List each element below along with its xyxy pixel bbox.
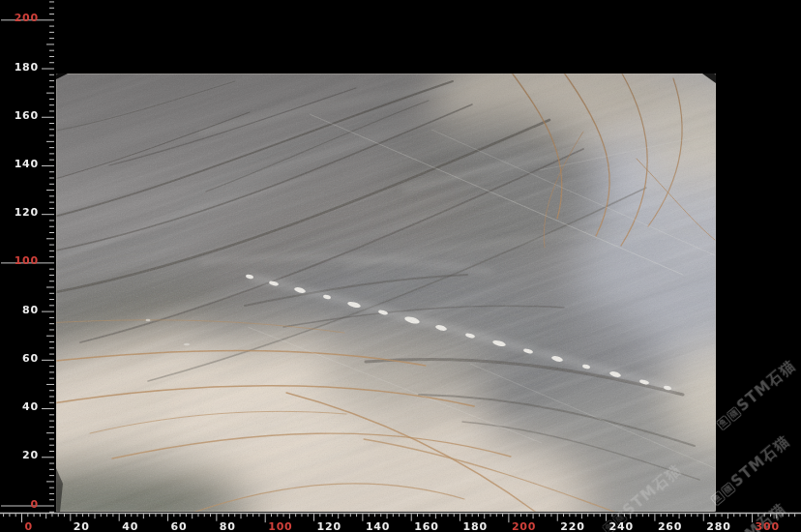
- h-ruler-label: 220: [560, 520, 584, 532]
- watermark-logo-icon: 鱼: [715, 414, 731, 430]
- watermark-logo-icon: 猫: [726, 405, 742, 422]
- slab-texture: [56, 74, 716, 512]
- v-ruler-label: 0: [31, 498, 39, 511]
- watermark-text: STM石猫: [733, 356, 799, 416]
- watermark: 鱼猫STM石猫: [713, 356, 800, 433]
- v-ruler-label: 60: [22, 352, 39, 365]
- v-ruler-label: 140: [15, 158, 39, 170]
- h-ruler-label: 80: [220, 520, 236, 532]
- h-ruler-label: 180: [463, 520, 488, 532]
- h-ruler-label: 300: [756, 520, 780, 532]
- stone-slab-image: [56, 74, 716, 512]
- h-ruler-label: 140: [366, 520, 390, 532]
- h-ruler-label: 260: [658, 520, 682, 532]
- h-ruler-label: 120: [317, 520, 341, 532]
- v-ruler-label: 200: [15, 12, 39, 24]
- h-ruler-label: 240: [609, 520, 634, 532]
- h-ruler-label: 0: [25, 520, 33, 532]
- h-ruler-label: 60: [171, 520, 188, 532]
- v-ruler-label: 120: [15, 206, 39, 219]
- slab-measurement-viewer: 鱼猫STM石猫 鱼猫STM石猫 鱼猫STM石猫 鱼猫STM石猫 20018016…: [0, 0, 801, 532]
- watermark: 鱼猫STM石猫: [703, 499, 790, 532]
- v-ruler-label: 160: [15, 109, 39, 122]
- watermark-logo-icon: 鱼: [601, 518, 617, 532]
- v-ruler-label: 40: [22, 400, 39, 413]
- watermark-logo-icon: 猫: [611, 510, 628, 526]
- h-ruler-label: 100: [268, 520, 292, 532]
- h-ruler-label: 40: [122, 520, 138, 532]
- watermark-logo-icon: 猫: [720, 481, 736, 497]
- v-ruler-label: 180: [15, 61, 39, 74]
- watermark-text: STM石猫: [727, 431, 793, 491]
- v-ruler-label: 80: [22, 304, 39, 316]
- watermark-text: STM石猫: [724, 499, 789, 532]
- h-ruler-label: 200: [512, 520, 536, 532]
- h-ruler-label: 160: [414, 520, 438, 532]
- v-ruler-label: 100: [15, 254, 39, 267]
- h-ruler-label: 20: [74, 520, 90, 532]
- v-ruler-label: 20: [22, 449, 39, 461]
- watermark: 鱼猫STM石猫: [707, 431, 794, 509]
- slab-tone-overlay: [56, 74, 716, 512]
- h-ruler-label: 280: [706, 520, 730, 532]
